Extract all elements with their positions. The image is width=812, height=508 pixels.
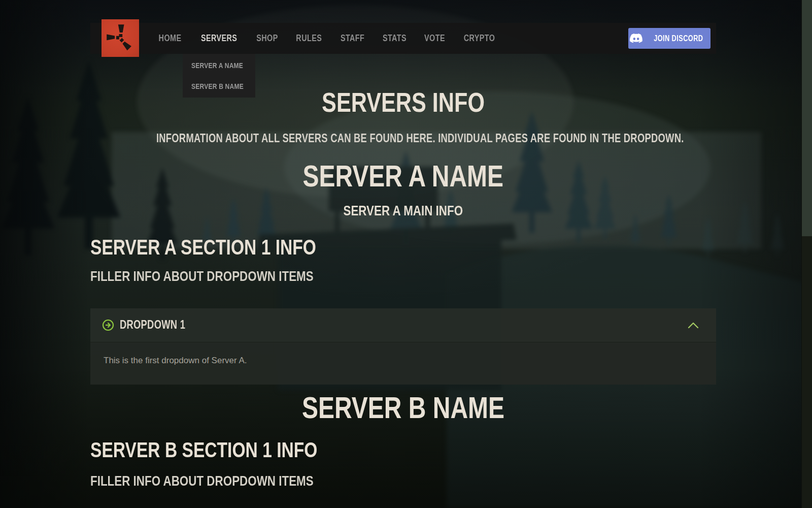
rust-logo[interactable] bbox=[101, 19, 139, 57]
server-a-section-title: SERVER A SECTION 1 INFO bbox=[90, 235, 716, 260]
nav-item-vote[interactable]: VOTE bbox=[416, 23, 453, 54]
nav-item-servers[interactable]: SERVERS bbox=[191, 23, 247, 54]
nav-item-rules[interactable]: RULES bbox=[287, 23, 331, 54]
nav-item-stats[interactable]: STATS bbox=[374, 23, 415, 54]
dropdown-1-body-text: This is the first dropdown of Server A. bbox=[104, 355, 703, 367]
chevron-up-icon bbox=[688, 322, 699, 329]
dropdown-1-header[interactable]: DROPDOWN 1 bbox=[90, 308, 716, 342]
server-b-section-title: SERVER B SECTION 1 INFO bbox=[90, 437, 716, 463]
dropdown-1-body: This is the first dropdown of Server A. bbox=[90, 342, 716, 385]
server-a-main-info: SERVER A MAIN INFO bbox=[90, 202, 716, 220]
rust-logo-icon bbox=[105, 22, 136, 54]
nav-menu: HOME SERVERS SHOP RULES STAFF STATS VOTE… bbox=[150, 23, 504, 54]
discord-icon bbox=[629, 34, 643, 44]
nav-item-staff[interactable]: STAFF bbox=[332, 23, 373, 54]
circle-arrow-right-icon bbox=[102, 319, 114, 331]
nav-item-crypto[interactable]: CRYPTO bbox=[454, 23, 504, 54]
servers-dropdown-menu: SERVER A NAME SERVER B NAME bbox=[183, 54, 255, 98]
dropdown-item-server-b[interactable]: SERVER B NAME bbox=[183, 76, 255, 97]
server-a-filler-text: FILLER INFO ABOUT DROPDOWN ITEMS bbox=[90, 267, 716, 285]
server-b-title: SERVER B NAME bbox=[90, 390, 716, 426]
page-intro: INFORMATION ABOUT ALL SERVERS CAN BE FOU… bbox=[90, 131, 716, 146]
server-b-filler-text: FILLER INFO ABOUT DROPDOWN ITEMS bbox=[90, 472, 716, 490]
join-discord-button[interactable]: JOIN DISCORD bbox=[628, 28, 710, 49]
nav-item-home[interactable]: HOME bbox=[150, 23, 190, 54]
scrollbar-thumb[interactable] bbox=[802, 0, 812, 236]
nav-item-shop[interactable]: SHOP bbox=[248, 23, 286, 54]
scrollbar[interactable] bbox=[801, 0, 812, 508]
dropdown-1-title: DROPDOWN 1 bbox=[120, 318, 201, 332]
main-content: SERVERS INFO INFORMATION ABOUT ALL SERVE… bbox=[90, 54, 716, 490]
server-a-title: SERVER A NAME bbox=[90, 158, 716, 195]
dropdown-1-accordion: DROPDOWN 1 This is the first dropdown of… bbox=[90, 308, 716, 385]
navbar: HOME SERVERS SHOP RULES STAFF STATS VOTE… bbox=[90, 23, 716, 54]
dropdown-item-server-a[interactable]: SERVER A NAME bbox=[183, 55, 255, 76]
